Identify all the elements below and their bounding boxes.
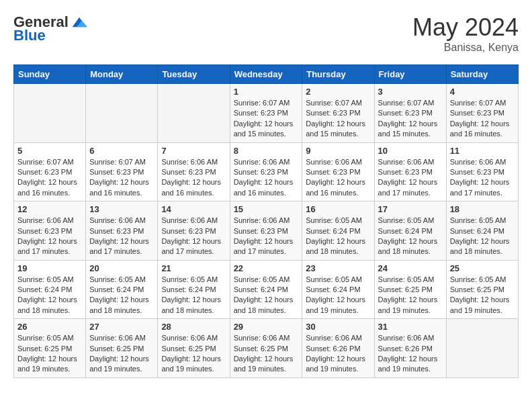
day-info: Sunrise: 6:07 AM Sunset: 6:23 PM Dayligh… <box>378 98 443 140</box>
weekday-header: Monday <box>86 65 158 84</box>
calendar-cell: 9Sunrise: 6:06 AM Sunset: 6:23 PM Daylig… <box>302 142 374 201</box>
day-number: 5 <box>17 146 82 156</box>
day-info: Sunrise: 6:06 AM Sunset: 6:25 PM Dayligh… <box>234 333 299 375</box>
day-info: Sunrise: 6:05 AM Sunset: 6:24 PM Dayligh… <box>17 275 82 316</box>
day-info: Sunrise: 6:05 AM Sunset: 6:25 PM Dayligh… <box>378 275 443 316</box>
calendar-week-row: 1Sunrise: 6:07 AM Sunset: 6:23 PM Daylig… <box>14 84 519 143</box>
calendar-cell: 29Sunrise: 6:06 AM Sunset: 6:25 PM Dayli… <box>230 319 302 378</box>
weekday-header: Saturday <box>446 65 518 84</box>
calendar-cell <box>14 84 86 143</box>
logo: General Blue <box>13 13 87 44</box>
calendar-cell: 20Sunrise: 6:05 AM Sunset: 6:24 PM Dayli… <box>86 260 158 319</box>
day-number: 6 <box>89 146 154 156</box>
calendar-cell: 4Sunrise: 6:07 AM Sunset: 6:23 PM Daylig… <box>446 84 518 143</box>
calendar-week-row: 12Sunrise: 6:06 AM Sunset: 6:23 PM Dayli… <box>14 201 519 261</box>
calendar-cell: 28Sunrise: 6:06 AM Sunset: 6:25 PM Dayli… <box>158 319 230 378</box>
weekday-header: Friday <box>374 65 446 84</box>
day-info: Sunrise: 6:05 AM Sunset: 6:24 PM Dayligh… <box>378 216 443 257</box>
day-info: Sunrise: 6:06 AM Sunset: 6:23 PM Dayligh… <box>89 216 154 257</box>
logo-icon <box>71 15 87 29</box>
day-info: Sunrise: 6:06 AM Sunset: 6:23 PM Dayligh… <box>234 216 299 257</box>
day-info: Sunrise: 6:06 AM Sunset: 6:23 PM Dayligh… <box>234 157 299 199</box>
weekday-header: Sunday <box>14 65 86 84</box>
calendar-cell: 31Sunrise: 6:06 AM Sunset: 6:26 PM Dayli… <box>374 319 446 378</box>
calendar-cell: 11Sunrise: 6:06 AM Sunset: 6:23 PM Dayli… <box>446 142 518 201</box>
day-info: Sunrise: 6:07 AM Sunset: 6:23 PM Dayligh… <box>306 98 370 140</box>
calendar-cell: 8Sunrise: 6:06 AM Sunset: 6:23 PM Daylig… <box>230 142 302 201</box>
calendar-table: SundayMondayTuesdayWednesdayThursdayFrid… <box>13 64 519 378</box>
page-header: General Blue May 2024 Banissa, Kenya <box>13 13 519 54</box>
day-info: Sunrise: 6:07 AM Sunset: 6:23 PM Dayligh… <box>89 157 154 199</box>
calendar-cell: 25Sunrise: 6:05 AM Sunset: 6:25 PM Dayli… <box>446 260 518 319</box>
day-number: 16 <box>306 204 370 214</box>
calendar-cell: 13Sunrise: 6:06 AM Sunset: 6:23 PM Dayli… <box>86 201 158 261</box>
calendar-week-row: 19Sunrise: 6:05 AM Sunset: 6:24 PM Dayli… <box>14 260 519 319</box>
calendar-cell: 1Sunrise: 6:07 AM Sunset: 6:23 PM Daylig… <box>230 84 302 143</box>
day-number: 8 <box>234 146 299 156</box>
day-number: 19 <box>17 263 82 273</box>
calendar-week-row: 26Sunrise: 6:05 AM Sunset: 6:25 PM Dayli… <box>14 319 519 378</box>
calendar-cell: 15Sunrise: 6:06 AM Sunset: 6:23 PM Dayli… <box>230 201 302 261</box>
calendar-cell: 27Sunrise: 6:06 AM Sunset: 6:25 PM Dayli… <box>86 319 158 378</box>
day-number: 3 <box>378 87 443 97</box>
calendar-cell <box>446 319 518 378</box>
day-info: Sunrise: 6:06 AM Sunset: 6:25 PM Dayligh… <box>89 333 154 375</box>
logo-blue-text: Blue <box>13 27 46 44</box>
calendar-cell: 19Sunrise: 6:05 AM Sunset: 6:24 PM Dayli… <box>14 260 86 319</box>
day-number: 31 <box>378 322 443 332</box>
day-number: 30 <box>306 322 370 332</box>
day-number: 20 <box>89 263 154 273</box>
day-info: Sunrise: 6:06 AM Sunset: 6:23 PM Dayligh… <box>378 157 443 199</box>
day-number: 17 <box>378 204 443 214</box>
calendar-cell: 5Sunrise: 6:07 AM Sunset: 6:23 PM Daylig… <box>14 142 86 201</box>
day-number: 13 <box>89 204 154 214</box>
day-number: 11 <box>450 146 515 156</box>
calendar-cell: 17Sunrise: 6:05 AM Sunset: 6:24 PM Dayli… <box>374 201 446 261</box>
day-number: 7 <box>161 146 226 156</box>
day-number: 9 <box>306 146 370 156</box>
day-info: Sunrise: 6:07 AM Sunset: 6:23 PM Dayligh… <box>450 98 515 140</box>
day-info: Sunrise: 6:05 AM Sunset: 6:24 PM Dayligh… <box>234 275 299 316</box>
day-number: 27 <box>89 322 154 332</box>
day-info: Sunrise: 6:05 AM Sunset: 6:24 PM Dayligh… <box>306 275 370 316</box>
day-number: 24 <box>378 263 443 273</box>
day-number: 26 <box>17 322 82 332</box>
calendar-header-row: SundayMondayTuesdayWednesdayThursdayFrid… <box>14 65 519 84</box>
day-info: Sunrise: 6:05 AM Sunset: 6:25 PM Dayligh… <box>450 275 515 316</box>
day-number: 15 <box>234 204 299 214</box>
day-number: 22 <box>234 263 299 273</box>
calendar-cell: 22Sunrise: 6:05 AM Sunset: 6:24 PM Dayli… <box>230 260 302 319</box>
day-number: 14 <box>161 204 226 214</box>
day-number: 25 <box>450 263 515 273</box>
day-number: 21 <box>161 263 226 273</box>
day-number: 28 <box>161 322 226 332</box>
day-info: Sunrise: 6:07 AM Sunset: 6:23 PM Dayligh… <box>234 98 299 140</box>
title-block: May 2024 Banissa, Kenya <box>412 13 519 54</box>
calendar-cell: 14Sunrise: 6:06 AM Sunset: 6:23 PM Dayli… <box>158 201 230 261</box>
month-year-title: May 2024 <box>412 13 519 42</box>
day-info: Sunrise: 6:06 AM Sunset: 6:26 PM Dayligh… <box>306 333 370 375</box>
weekday-header: Tuesday <box>158 65 230 84</box>
day-info: Sunrise: 6:05 AM Sunset: 6:25 PM Dayligh… <box>17 333 82 375</box>
calendar-cell: 3Sunrise: 6:07 AM Sunset: 6:23 PM Daylig… <box>374 84 446 143</box>
calendar-cell: 21Sunrise: 6:05 AM Sunset: 6:24 PM Dayli… <box>158 260 230 319</box>
day-number: 2 <box>306 87 370 97</box>
calendar-cell: 23Sunrise: 6:05 AM Sunset: 6:24 PM Dayli… <box>302 260 374 319</box>
calendar-cell: 18Sunrise: 6:05 AM Sunset: 6:24 PM Dayli… <box>446 201 518 261</box>
calendar-cell: 6Sunrise: 6:07 AM Sunset: 6:23 PM Daylig… <box>86 142 158 201</box>
day-number: 12 <box>17 204 82 214</box>
calendar-cell: 30Sunrise: 6:06 AM Sunset: 6:26 PM Dayli… <box>302 319 374 378</box>
day-info: Sunrise: 6:06 AM Sunset: 6:23 PM Dayligh… <box>161 216 226 257</box>
day-number: 18 <box>450 204 515 214</box>
day-info: Sunrise: 6:06 AM Sunset: 6:23 PM Dayligh… <box>17 216 82 257</box>
calendar-cell: 24Sunrise: 6:05 AM Sunset: 6:25 PM Dayli… <box>374 260 446 319</box>
calendar-cell: 2Sunrise: 6:07 AM Sunset: 6:23 PM Daylig… <box>302 84 374 143</box>
day-info: Sunrise: 6:07 AM Sunset: 6:23 PM Dayligh… <box>17 157 82 199</box>
calendar-cell <box>158 84 230 143</box>
day-number: 4 <box>450 87 515 97</box>
day-info: Sunrise: 6:05 AM Sunset: 6:24 PM Dayligh… <box>161 275 226 316</box>
day-info: Sunrise: 6:05 AM Sunset: 6:24 PM Dayligh… <box>306 216 370 257</box>
calendar-cell: 26Sunrise: 6:05 AM Sunset: 6:25 PM Dayli… <box>14 319 86 378</box>
day-number: 29 <box>234 322 299 332</box>
day-number: 10 <box>378 146 443 156</box>
